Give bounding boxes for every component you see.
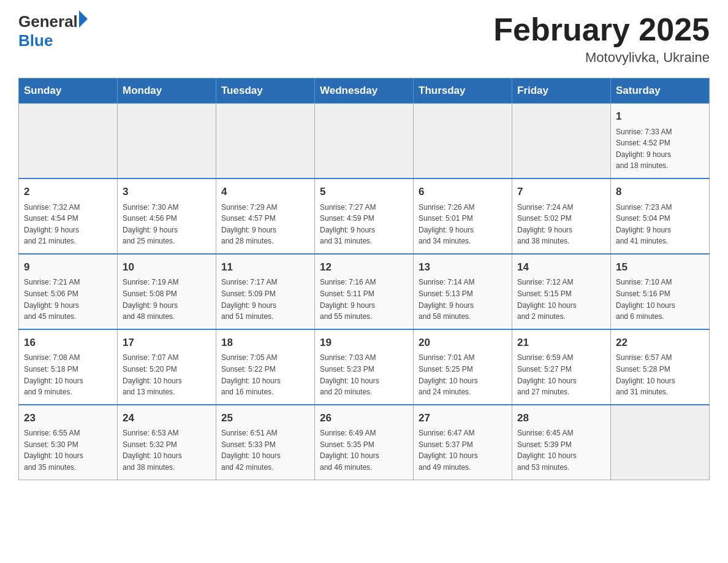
day-number: 19 bbox=[320, 335, 408, 351]
day-number: 18 bbox=[221, 335, 309, 351]
calendar-week-row: 2Sunrise: 7:32 AM Sunset: 4:54 PM Daylig… bbox=[19, 178, 710, 254]
col-monday: Monday bbox=[118, 79, 216, 104]
table-row bbox=[611, 405, 710, 480]
table-row: 21Sunrise: 6:59 AM Sunset: 5:27 PM Dayli… bbox=[512, 329, 611, 405]
day-info: Sunrise: 7:23 AM Sunset: 5:04 PM Dayligh… bbox=[616, 202, 704, 247]
col-sunday: Sunday bbox=[19, 79, 118, 104]
day-info: Sunrise: 7:33 AM Sunset: 4:52 PM Dayligh… bbox=[616, 126, 704, 172]
table-row: 19Sunrise: 7:03 AM Sunset: 5:23 PM Dayli… bbox=[315, 329, 414, 405]
day-number: 26 bbox=[320, 410, 408, 426]
day-number: 2 bbox=[24, 184, 112, 200]
calendar-week-row: 9Sunrise: 7:21 AM Sunset: 5:06 PM Daylig… bbox=[19, 254, 710, 329]
day-info: Sunrise: 7:24 AM Sunset: 5:02 PM Dayligh… bbox=[517, 202, 605, 247]
day-info: Sunrise: 7:01 AM Sunset: 5:25 PM Dayligh… bbox=[419, 352, 507, 397]
table-row bbox=[19, 104, 118, 178]
table-row: 16Sunrise: 7:08 AM Sunset: 5:18 PM Dayli… bbox=[19, 329, 118, 405]
day-info: Sunrise: 7:29 AM Sunset: 4:57 PM Dayligh… bbox=[221, 202, 309, 247]
table-row: 18Sunrise: 7:05 AM Sunset: 5:22 PM Dayli… bbox=[216, 329, 315, 405]
col-wednesday: Wednesday bbox=[315, 79, 414, 104]
table-row: 28Sunrise: 6:45 AM Sunset: 5:39 PM Dayli… bbox=[512, 405, 611, 480]
col-saturday: Saturday bbox=[611, 79, 710, 104]
day-info: Sunrise: 6:47 AM Sunset: 5:37 PM Dayligh… bbox=[419, 427, 507, 473]
day-number: 3 bbox=[123, 184, 211, 200]
day-number: 24 bbox=[123, 410, 211, 426]
logo-blue-text: Blue bbox=[18, 31, 53, 50]
day-number: 16 bbox=[24, 335, 112, 351]
calendar-table: Sunday Monday Tuesday Wednesday Thursday… bbox=[18, 78, 710, 480]
day-info: Sunrise: 7:21 AM Sunset: 5:06 PM Dayligh… bbox=[24, 277, 112, 322]
table-row: 25Sunrise: 6:51 AM Sunset: 5:33 PM Dayli… bbox=[216, 405, 315, 480]
day-number: 20 bbox=[419, 335, 507, 351]
day-number: 17 bbox=[123, 335, 211, 351]
table-row: 15Sunrise: 7:10 AM Sunset: 5:16 PM Dayli… bbox=[611, 254, 710, 329]
page-header: General Blue February 2025 Motovylivka, … bbox=[18, 12, 710, 66]
day-info: Sunrise: 7:08 AM Sunset: 5:18 PM Dayligh… bbox=[24, 352, 112, 397]
table-row bbox=[512, 104, 611, 178]
day-info: Sunrise: 7:05 AM Sunset: 5:22 PM Dayligh… bbox=[221, 352, 309, 397]
table-row: 17Sunrise: 7:07 AM Sunset: 5:20 PM Dayli… bbox=[118, 329, 216, 405]
table-row: 8Sunrise: 7:23 AM Sunset: 5:04 PM Daylig… bbox=[611, 178, 710, 254]
day-number: 10 bbox=[123, 259, 211, 275]
day-number: 14 bbox=[517, 259, 605, 275]
day-info: Sunrise: 6:49 AM Sunset: 5:35 PM Dayligh… bbox=[320, 427, 408, 473]
table-row: 4Sunrise: 7:29 AM Sunset: 4:57 PM Daylig… bbox=[216, 178, 315, 254]
calendar-week-row: 1Sunrise: 7:33 AM Sunset: 4:52 PM Daylig… bbox=[19, 104, 710, 178]
table-row bbox=[414, 104, 512, 178]
table-row: 12Sunrise: 7:16 AM Sunset: 5:11 PM Dayli… bbox=[315, 254, 414, 329]
day-number: 15 bbox=[616, 259, 704, 275]
day-info: Sunrise: 7:07 AM Sunset: 5:20 PM Dayligh… bbox=[123, 352, 211, 397]
table-row: 14Sunrise: 7:12 AM Sunset: 5:15 PM Dayli… bbox=[512, 254, 611, 329]
table-row: 11Sunrise: 7:17 AM Sunset: 5:09 PM Dayli… bbox=[216, 254, 315, 329]
day-info: Sunrise: 6:51 AM Sunset: 5:33 PM Dayligh… bbox=[221, 427, 309, 473]
table-row: 10Sunrise: 7:19 AM Sunset: 5:08 PM Dayli… bbox=[118, 254, 216, 329]
day-info: Sunrise: 6:59 AM Sunset: 5:27 PM Dayligh… bbox=[517, 352, 605, 397]
day-number: 7 bbox=[517, 184, 605, 200]
table-row: 2Sunrise: 7:32 AM Sunset: 4:54 PM Daylig… bbox=[19, 178, 118, 254]
calendar-header-row: Sunday Monday Tuesday Wednesday Thursday… bbox=[19, 79, 710, 104]
day-info: Sunrise: 7:14 AM Sunset: 5:13 PM Dayligh… bbox=[419, 277, 507, 322]
table-row: 3Sunrise: 7:30 AM Sunset: 4:56 PM Daylig… bbox=[118, 178, 216, 254]
table-row: 6Sunrise: 7:26 AM Sunset: 5:01 PM Daylig… bbox=[414, 178, 512, 254]
table-row: 24Sunrise: 6:53 AM Sunset: 5:32 PM Dayli… bbox=[118, 405, 216, 480]
logo-triangle-icon bbox=[79, 10, 88, 28]
table-row bbox=[216, 104, 315, 178]
day-number: 12 bbox=[320, 259, 408, 275]
location-title: Motovylivka, Ukraine bbox=[493, 50, 710, 66]
day-number: 5 bbox=[320, 184, 408, 200]
title-section: February 2025 Motovylivka, Ukraine bbox=[493, 12, 710, 66]
day-number: 25 bbox=[221, 410, 309, 426]
day-info: Sunrise: 7:12 AM Sunset: 5:15 PM Dayligh… bbox=[517, 277, 605, 322]
day-number: 11 bbox=[221, 259, 309, 275]
table-row: 27Sunrise: 6:47 AM Sunset: 5:37 PM Dayli… bbox=[414, 405, 512, 480]
day-number: 9 bbox=[24, 259, 112, 275]
day-info: Sunrise: 7:19 AM Sunset: 5:08 PM Dayligh… bbox=[123, 277, 211, 322]
calendar-week-row: 23Sunrise: 6:55 AM Sunset: 5:30 PM Dayli… bbox=[19, 405, 710, 480]
table-row bbox=[315, 104, 414, 178]
day-number: 1 bbox=[616, 109, 704, 124]
table-row: 26Sunrise: 6:49 AM Sunset: 5:35 PM Dayli… bbox=[315, 405, 414, 480]
table-row: 7Sunrise: 7:24 AM Sunset: 5:02 PM Daylig… bbox=[512, 178, 611, 254]
day-info: Sunrise: 7:32 AM Sunset: 4:54 PM Dayligh… bbox=[24, 202, 112, 247]
day-info: Sunrise: 7:17 AM Sunset: 5:09 PM Dayligh… bbox=[221, 277, 309, 322]
day-number: 13 bbox=[419, 259, 507, 275]
col-thursday: Thursday bbox=[414, 79, 512, 104]
table-row bbox=[118, 104, 216, 178]
day-number: 28 bbox=[517, 410, 605, 426]
day-info: Sunrise: 6:53 AM Sunset: 5:32 PM Dayligh… bbox=[123, 427, 211, 473]
day-info: Sunrise: 6:57 AM Sunset: 5:28 PM Dayligh… bbox=[616, 352, 704, 397]
day-number: 6 bbox=[419, 184, 507, 200]
day-number: 21 bbox=[517, 335, 605, 351]
col-tuesday: Tuesday bbox=[216, 79, 315, 104]
day-info: Sunrise: 7:26 AM Sunset: 5:01 PM Dayligh… bbox=[419, 202, 507, 247]
day-info: Sunrise: 7:16 AM Sunset: 5:11 PM Dayligh… bbox=[320, 277, 408, 322]
day-info: Sunrise: 7:03 AM Sunset: 5:23 PM Dayligh… bbox=[320, 352, 408, 397]
day-info: Sunrise: 6:55 AM Sunset: 5:30 PM Dayligh… bbox=[24, 427, 112, 473]
day-info: Sunrise: 7:27 AM Sunset: 4:59 PM Dayligh… bbox=[320, 202, 408, 247]
table-row: 13Sunrise: 7:14 AM Sunset: 5:13 PM Dayli… bbox=[414, 254, 512, 329]
table-row: 1Sunrise: 7:33 AM Sunset: 4:52 PM Daylig… bbox=[611, 104, 710, 178]
table-row: 22Sunrise: 6:57 AM Sunset: 5:28 PM Dayli… bbox=[611, 329, 710, 405]
day-number: 4 bbox=[221, 184, 309, 200]
table-row: 23Sunrise: 6:55 AM Sunset: 5:30 PM Dayli… bbox=[19, 405, 118, 480]
logo-general-text: General bbox=[18, 12, 78, 31]
day-info: Sunrise: 6:45 AM Sunset: 5:39 PM Dayligh… bbox=[517, 427, 605, 473]
